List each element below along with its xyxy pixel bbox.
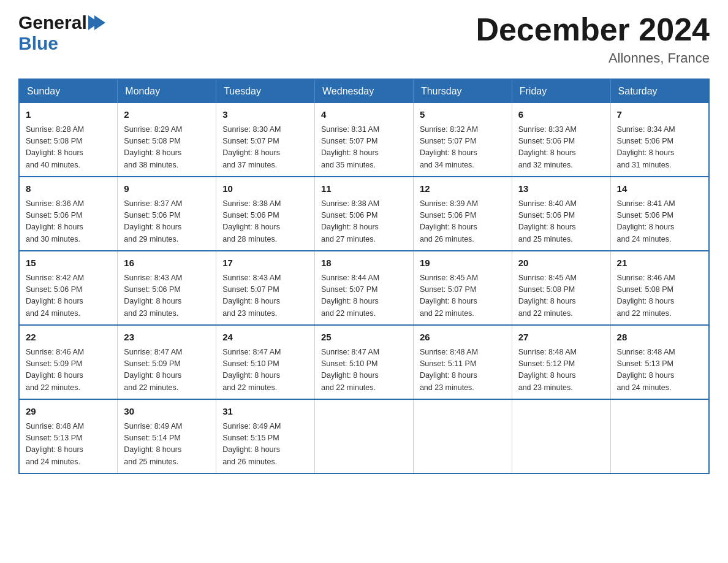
day-number: 3 — [222, 108, 308, 122]
day-info: Sunrise: 8:41 AMSunset: 5:06 PMDaylight:… — [617, 198, 702, 246]
day-info: Sunrise: 8:42 AMSunset: 5:06 PMDaylight:… — [26, 272, 111, 320]
day-number: 16 — [124, 256, 210, 270]
day-number: 25 — [321, 331, 407, 345]
day-info: Sunrise: 8:47 AMSunset: 5:10 PMDaylight:… — [222, 347, 308, 394]
table-row: 6 Sunrise: 8:33 AMSunset: 5:06 PMDayligh… — [512, 103, 610, 177]
day-number: 17 — [222, 256, 308, 270]
day-info: Sunrise: 8:48 AMSunset: 5:13 PMDaylight:… — [617, 347, 702, 394]
week-row-2: 8 Sunrise: 8:36 AMSunset: 5:06 PMDayligh… — [19, 177, 709, 251]
table-row: 4 Sunrise: 8:31 AMSunset: 5:07 PMDayligh… — [315, 103, 414, 177]
day-number: 22 — [26, 331, 111, 345]
logo-general-text: General — [18, 12, 87, 33]
col-tuesday: Tuesday — [216, 79, 315, 103]
day-info: Sunrise: 8:37 AMSunset: 5:06 PMDaylight:… — [124, 198, 210, 246]
table-row — [315, 399, 414, 473]
table-row — [413, 399, 512, 473]
day-number: 2 — [124, 108, 210, 122]
day-number: 13 — [518, 182, 604, 196]
table-row: 17 Sunrise: 8:43 AMSunset: 5:07 PMDaylig… — [216, 251, 315, 325]
table-row: 2 Sunrise: 8:29 AMSunset: 5:08 PMDayligh… — [118, 103, 216, 177]
day-number: 8 — [26, 182, 111, 196]
table-row: 9 Sunrise: 8:37 AMSunset: 5:06 PMDayligh… — [118, 177, 216, 251]
day-info: Sunrise: 8:31 AMSunset: 5:07 PMDaylight:… — [321, 124, 407, 172]
day-info: Sunrise: 8:34 AMSunset: 5:06 PMDaylight:… — [617, 124, 702, 172]
table-row: 8 Sunrise: 8:36 AMSunset: 5:06 PMDayligh… — [19, 177, 118, 251]
day-number: 5 — [420, 108, 506, 122]
table-row: 16 Sunrise: 8:43 AMSunset: 5:06 PMDaylig… — [118, 251, 216, 325]
day-info: Sunrise: 8:39 AMSunset: 5:06 PMDaylight:… — [420, 198, 506, 246]
day-info: Sunrise: 8:49 AMSunset: 5:15 PMDaylight:… — [222, 421, 308, 469]
day-info: Sunrise: 8:44 AMSunset: 5:07 PMDaylight:… — [321, 272, 407, 320]
table-row: 28 Sunrise: 8:48 AMSunset: 5:13 PMDaylig… — [610, 325, 709, 399]
table-row: 29 Sunrise: 8:48 AMSunset: 5:13 PMDaylig… — [19, 399, 118, 473]
table-row — [512, 399, 610, 473]
page-header: General Blue December 2024 Allonnes, Fra… — [18, 12, 710, 66]
day-number: 20 — [518, 256, 604, 270]
day-info: Sunrise: 8:46 AMSunset: 5:09 PMDaylight:… — [26, 347, 111, 394]
day-number: 27 — [518, 331, 604, 345]
table-row: 26 Sunrise: 8:48 AMSunset: 5:11 PMDaylig… — [413, 325, 512, 399]
day-info: Sunrise: 8:49 AMSunset: 5:14 PMDaylight:… — [124, 421, 210, 469]
table-row: 31 Sunrise: 8:49 AMSunset: 5:15 PMDaylig… — [216, 399, 315, 473]
logo-blue-text: Blue — [18, 33, 58, 54]
day-number: 7 — [617, 108, 702, 122]
col-sunday: Sunday — [19, 79, 118, 103]
day-number: 4 — [321, 108, 407, 122]
day-number: 10 — [222, 182, 308, 196]
day-info: Sunrise: 8:40 AMSunset: 5:06 PMDaylight:… — [518, 198, 604, 246]
table-row: 5 Sunrise: 8:32 AMSunset: 5:07 PMDayligh… — [413, 103, 512, 177]
day-info: Sunrise: 8:36 AMSunset: 5:06 PMDaylight:… — [26, 198, 111, 246]
table-row: 24 Sunrise: 8:47 AMSunset: 5:10 PMDaylig… — [216, 325, 315, 399]
day-number: 28 — [617, 331, 702, 345]
title-section: December 2024 Allonnes, France — [476, 12, 710, 66]
day-info: Sunrise: 8:46 AMSunset: 5:08 PMDaylight:… — [617, 272, 702, 320]
day-info: Sunrise: 8:29 AMSunset: 5:08 PMDaylight:… — [124, 124, 210, 172]
table-row: 23 Sunrise: 8:47 AMSunset: 5:09 PMDaylig… — [118, 325, 216, 399]
day-number: 21 — [617, 256, 702, 270]
day-number: 19 — [420, 256, 506, 270]
table-row: 3 Sunrise: 8:30 AMSunset: 5:07 PMDayligh… — [216, 103, 315, 177]
day-number: 30 — [124, 405, 210, 419]
day-number: 9 — [124, 182, 210, 196]
table-row: 12 Sunrise: 8:39 AMSunset: 5:06 PMDaylig… — [413, 177, 512, 251]
table-row: 11 Sunrise: 8:38 AMSunset: 5:06 PMDaylig… — [315, 177, 414, 251]
calendar-table: Sunday Monday Tuesday Wednesday Thursday… — [18, 79, 710, 474]
day-number: 23 — [124, 331, 210, 345]
table-row — [610, 399, 709, 473]
day-info: Sunrise: 8:38 AMSunset: 5:06 PMDaylight:… — [222, 198, 308, 246]
week-row-5: 29 Sunrise: 8:48 AMSunset: 5:13 PMDaylig… — [19, 399, 709, 473]
calendar-title: December 2024 — [476, 12, 710, 47]
day-info: Sunrise: 8:48 AMSunset: 5:13 PMDaylight:… — [26, 421, 111, 469]
day-info: Sunrise: 8:30 AMSunset: 5:07 PMDaylight:… — [222, 124, 308, 172]
day-info: Sunrise: 8:48 AMSunset: 5:11 PMDaylight:… — [420, 347, 506, 394]
day-number: 12 — [420, 182, 506, 196]
col-monday: Monday — [118, 79, 216, 103]
day-info: Sunrise: 8:32 AMSunset: 5:07 PMDaylight:… — [420, 124, 506, 172]
day-info: Sunrise: 8:38 AMSunset: 5:06 PMDaylight:… — [321, 198, 407, 246]
day-info: Sunrise: 8:33 AMSunset: 5:06 PMDaylight:… — [518, 124, 604, 172]
logo: General Blue — [18, 12, 105, 54]
day-info: Sunrise: 8:47 AMSunset: 5:09 PMDaylight:… — [124, 347, 210, 394]
day-info: Sunrise: 8:28 AMSunset: 5:08 PMDaylight:… — [26, 124, 111, 172]
day-number: 14 — [617, 182, 702, 196]
table-row: 1 Sunrise: 8:28 AMSunset: 5:08 PMDayligh… — [19, 103, 118, 177]
table-row: 22 Sunrise: 8:46 AMSunset: 5:09 PMDaylig… — [19, 325, 118, 399]
table-row: 7 Sunrise: 8:34 AMSunset: 5:06 PMDayligh… — [610, 103, 709, 177]
day-number: 24 — [222, 331, 308, 345]
table-row: 19 Sunrise: 8:45 AMSunset: 5:07 PMDaylig… — [413, 251, 512, 325]
table-row: 18 Sunrise: 8:44 AMSunset: 5:07 PMDaylig… — [315, 251, 414, 325]
day-info: Sunrise: 8:47 AMSunset: 5:10 PMDaylight:… — [321, 347, 407, 394]
week-row-4: 22 Sunrise: 8:46 AMSunset: 5:09 PMDaylig… — [19, 325, 709, 399]
calendar-header-row: Sunday Monday Tuesday Wednesday Thursday… — [19, 79, 709, 103]
table-row: 30 Sunrise: 8:49 AMSunset: 5:14 PMDaylig… — [118, 399, 216, 473]
col-thursday: Thursday — [413, 79, 512, 103]
col-saturday: Saturday — [610, 79, 709, 103]
day-number: 6 — [518, 108, 604, 122]
day-info: Sunrise: 8:48 AMSunset: 5:12 PMDaylight:… — [518, 347, 604, 394]
day-number: 11 — [321, 182, 407, 196]
table-row: 25 Sunrise: 8:47 AMSunset: 5:10 PMDaylig… — [315, 325, 414, 399]
table-row: 10 Sunrise: 8:38 AMSunset: 5:06 PMDaylig… — [216, 177, 315, 251]
table-row: 21 Sunrise: 8:46 AMSunset: 5:08 PMDaylig… — [610, 251, 709, 325]
day-info: Sunrise: 8:43 AMSunset: 5:06 PMDaylight:… — [124, 272, 210, 320]
day-info: Sunrise: 8:45 AMSunset: 5:07 PMDaylight:… — [420, 272, 506, 320]
